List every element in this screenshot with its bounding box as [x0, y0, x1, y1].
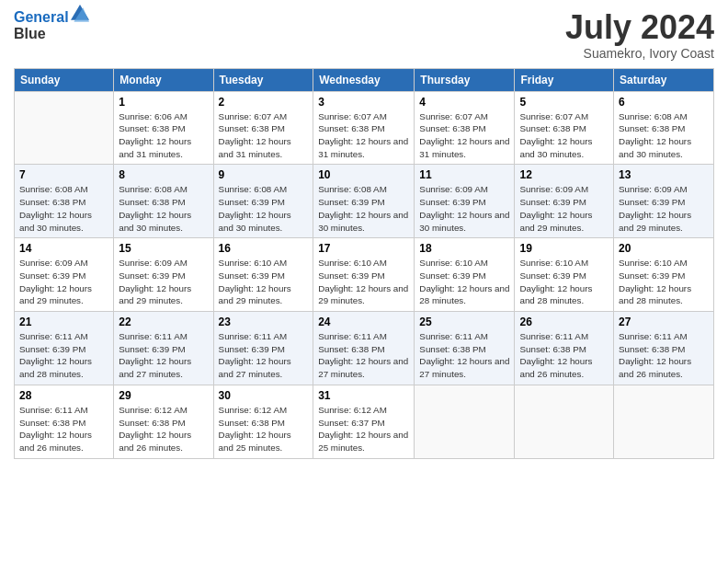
day-number: 16	[219, 242, 309, 255]
day-info: Sunrise: 6:11 AMSunset: 6:39 PMDaylight:…	[219, 330, 309, 381]
day-number: 21	[19, 316, 108, 328]
day-info: Sunrise: 6:06 AMSunset: 6:38 PMDaylight:…	[119, 110, 208, 161]
calendar-cell: 11Sunrise: 6:09 AMSunset: 6:39 PMDayligh…	[415, 165, 515, 238]
calendar-cell: 18Sunrise: 6:10 AMSunset: 6:39 PMDayligh…	[415, 238, 515, 312]
calendar-cell: 12Sunrise: 6:09 AMSunset: 6:39 PMDayligh…	[515, 165, 614, 238]
calendar-cell: 7Sunrise: 6:08 AMSunset: 6:38 PMDaylight…	[15, 165, 114, 238]
day-info: Sunrise: 6:08 AMSunset: 6:38 PMDaylight:…	[619, 110, 709, 161]
day-info: Sunrise: 6:08 AMSunset: 6:39 PMDaylight:…	[219, 183, 309, 234]
day-number: 6	[619, 96, 709, 109]
day-number: 5	[519, 96, 609, 109]
day-info: Sunrise: 6:09 AMSunset: 6:39 PMDaylight:…	[19, 257, 108, 307]
calendar-week-row: 1Sunrise: 6:06 AMSunset: 6:38 PMDaylight…	[15, 91, 714, 165]
calendar-cell: 15Sunrise: 6:09 AMSunset: 6:39 PMDayligh…	[114, 238, 213, 312]
calendar-cell: 28Sunrise: 6:11 AMSunset: 6:38 PMDayligh…	[15, 385, 114, 458]
main-title: July 2024	[565, 9, 714, 46]
calendar-cell: 19Sunrise: 6:10 AMSunset: 6:39 PMDayligh…	[515, 238, 614, 312]
day-number: 3	[318, 96, 409, 109]
day-info: Sunrise: 6:07 AMSunset: 6:38 PMDaylight:…	[318, 110, 409, 161]
day-info: Sunrise: 6:12 AMSunset: 6:37 PMDaylight:…	[318, 404, 409, 454]
calendar-cell: 27Sunrise: 6:11 AMSunset: 6:38 PMDayligh…	[614, 312, 714, 385]
calendar-cell: 29Sunrise: 6:12 AMSunset: 6:38 PMDayligh…	[114, 385, 213, 458]
day-info: Sunrise: 6:12 AMSunset: 6:38 PMDaylight:…	[219, 404, 309, 454]
day-number: 10	[318, 168, 409, 181]
calendar-cell: 21Sunrise: 6:11 AMSunset: 6:39 PMDayligh…	[15, 312, 114, 385]
day-number: 27	[619, 316, 709, 328]
calendar-cell: 8Sunrise: 6:08 AMSunset: 6:38 PMDaylight…	[114, 165, 213, 238]
logo-text: General Blue	[14, 9, 69, 41]
day-info: Sunrise: 6:07 AMSunset: 6:38 PMDaylight:…	[219, 110, 309, 161]
calendar-week-row: 14Sunrise: 6:09 AMSunset: 6:39 PMDayligh…	[15, 238, 714, 312]
day-number: 24	[318, 316, 409, 328]
calendar-cell: 23Sunrise: 6:11 AMSunset: 6:39 PMDayligh…	[213, 312, 313, 385]
calendar-cell: 4Sunrise: 6:07 AMSunset: 6:38 PMDaylight…	[415, 91, 515, 165]
calendar-week-row: 28Sunrise: 6:11 AMSunset: 6:38 PMDayligh…	[15, 385, 714, 458]
calendar-cell: 10Sunrise: 6:08 AMSunset: 6:39 PMDayligh…	[313, 165, 415, 238]
day-number: 19	[519, 242, 609, 255]
day-number: 7	[19, 168, 108, 181]
day-info: Sunrise: 6:07 AMSunset: 6:38 PMDaylight:…	[419, 110, 509, 161]
calendar-cell	[15, 91, 114, 165]
day-info: Sunrise: 6:11 AMSunset: 6:38 PMDaylight:…	[318, 330, 409, 381]
calendar-cell: 5Sunrise: 6:07 AMSunset: 6:38 PMDaylight…	[515, 91, 614, 165]
title-block: July 2024 Suamekro, Ivory Coast	[565, 9, 714, 61]
calendar-cell: 24Sunrise: 6:11 AMSunset: 6:38 PMDayligh…	[313, 312, 415, 385]
day-info: Sunrise: 6:10 AMSunset: 6:39 PMDaylight:…	[219, 257, 309, 307]
day-info: Sunrise: 6:09 AMSunset: 6:39 PMDaylight:…	[619, 183, 709, 234]
day-info: Sunrise: 6:11 AMSunset: 6:38 PMDaylight:…	[619, 330, 709, 381]
day-info: Sunrise: 6:11 AMSunset: 6:39 PMDaylight:…	[19, 330, 108, 381]
calendar-cell: 26Sunrise: 6:11 AMSunset: 6:38 PMDayligh…	[515, 312, 614, 385]
day-info: Sunrise: 6:09 AMSunset: 6:39 PMDaylight:…	[519, 183, 609, 234]
calendar-week-row: 21Sunrise: 6:11 AMSunset: 6:39 PMDayligh…	[15, 312, 714, 385]
calendar-week-row: 7Sunrise: 6:08 AMSunset: 6:38 PMDaylight…	[15, 165, 714, 238]
calendar-cell: 17Sunrise: 6:10 AMSunset: 6:39 PMDayligh…	[313, 238, 415, 312]
day-info: Sunrise: 6:08 AMSunset: 6:38 PMDaylight:…	[119, 183, 208, 234]
calendar-cell: 1Sunrise: 6:06 AMSunset: 6:38 PMDaylight…	[114, 91, 213, 165]
day-info: Sunrise: 6:11 AMSunset: 6:38 PMDaylight:…	[419, 330, 509, 381]
day-info: Sunrise: 6:11 AMSunset: 6:38 PMDaylight:…	[519, 330, 609, 381]
calendar-cell: 2Sunrise: 6:07 AMSunset: 6:38 PMDaylight…	[213, 91, 313, 165]
logo-icon	[71, 5, 89, 23]
calendar-header-sunday: Sunday	[15, 68, 114, 91]
calendar-cell	[515, 385, 614, 458]
day-number: 28	[19, 389, 108, 402]
day-info: Sunrise: 6:08 AMSunset: 6:39 PMDaylight:…	[318, 183, 409, 234]
day-number: 17	[318, 242, 409, 255]
calendar-cell: 25Sunrise: 6:11 AMSunset: 6:38 PMDayligh…	[415, 312, 515, 385]
day-number: 15	[119, 242, 208, 255]
calendar-cell: 9Sunrise: 6:08 AMSunset: 6:39 PMDaylight…	[213, 165, 313, 238]
logo-line2: Blue	[14, 26, 69, 42]
calendar-cell: 20Sunrise: 6:10 AMSunset: 6:39 PMDayligh…	[614, 238, 714, 312]
calendar-cell: 3Sunrise: 6:07 AMSunset: 6:38 PMDaylight…	[313, 91, 415, 165]
day-number: 29	[119, 389, 208, 402]
logo-line1: General	[14, 9, 69, 26]
day-number: 26	[519, 316, 609, 328]
day-info: Sunrise: 6:07 AMSunset: 6:38 PMDaylight:…	[519, 110, 609, 161]
calendar-header-friday: Friday	[515, 68, 614, 91]
day-number: 25	[419, 316, 509, 328]
calendar-header-thursday: Thursday	[415, 68, 515, 91]
day-number: 8	[119, 168, 208, 181]
day-info: Sunrise: 6:11 AMSunset: 6:39 PMDaylight:…	[119, 330, 208, 381]
day-number: 1	[119, 96, 208, 109]
day-number: 23	[219, 316, 309, 328]
day-info: Sunrise: 6:09 AMSunset: 6:39 PMDaylight:…	[419, 183, 509, 234]
calendar-cell: 13Sunrise: 6:09 AMSunset: 6:39 PMDayligh…	[614, 165, 714, 238]
day-number: 30	[219, 389, 309, 402]
calendar-header-row: SundayMondayTuesdayWednesdayThursdayFrid…	[15, 68, 714, 91]
day-number: 2	[219, 96, 309, 109]
calendar-cell: 14Sunrise: 6:09 AMSunset: 6:39 PMDayligh…	[15, 238, 114, 312]
day-number: 31	[318, 389, 409, 402]
page: General Blue July 2024 Suamekro, Ivory C…	[0, 0, 728, 563]
day-info: Sunrise: 6:08 AMSunset: 6:38 PMDaylight:…	[19, 183, 108, 234]
day-info: Sunrise: 6:11 AMSunset: 6:38 PMDaylight:…	[19, 404, 108, 454]
calendar-cell: 6Sunrise: 6:08 AMSunset: 6:38 PMDaylight…	[614, 91, 714, 165]
subtitle: Suamekro, Ivory Coast	[565, 46, 714, 61]
calendar-cell	[614, 385, 714, 458]
calendar-cell: 16Sunrise: 6:10 AMSunset: 6:39 PMDayligh…	[213, 238, 313, 312]
header: General Blue July 2024 Suamekro, Ivory C…	[14, 9, 714, 61]
day-info: Sunrise: 6:10 AMSunset: 6:39 PMDaylight:…	[318, 257, 409, 307]
calendar-cell	[415, 385, 515, 458]
calendar-header-wednesday: Wednesday	[313, 68, 415, 91]
day-number: 14	[19, 242, 108, 255]
